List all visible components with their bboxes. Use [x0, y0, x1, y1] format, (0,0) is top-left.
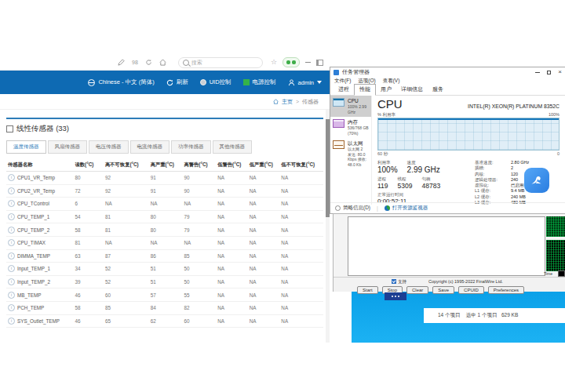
info-icon[interactable]: i — [8, 213, 15, 220]
sensor-value: NA — [216, 223, 248, 237]
info-icon[interactable]: i — [8, 187, 15, 194]
info-icon[interactable]: i — [8, 174, 15, 181]
close-icon[interactable]: × — [558, 69, 562, 75]
favorite-star-icon[interactable]: ☆ — [271, 59, 277, 66]
sidebar-ethernet-rates: 发送: 80.0 Kbps 接收: 48.0 Kb — [348, 152, 369, 168]
sensor-value: NA — [248, 198, 280, 211]
sidebar-item-cpu[interactable]: CPU 100% 2.99 GHz — [330, 96, 371, 117]
sensor-name-cell: iInput_TEMP_2 — [6, 275, 74, 289]
home-icon[interactable] — [159, 59, 166, 66]
sensor-value: NA — [279, 223, 323, 237]
extension-badge[interactable] — [282, 57, 300, 67]
info-icon[interactable]: i — [8, 227, 15, 234]
utilization-value: 100% — [377, 165, 398, 174]
sensor-value: NA — [279, 210, 323, 223]
sensor-page: 线性传感器 (33) 温度传感器风扇传感器电压传感器电流传感器功率传感器其他传感… — [0, 110, 330, 343]
page-zoom-label: 98 — [132, 60, 138, 65]
search-icon — [183, 60, 189, 66]
sensor-name: Input_TEMP_2 — [17, 279, 50, 285]
task-manager-tab[interactable]: 性能 — [354, 84, 376, 96]
minimize-icon[interactable] — [305, 62, 311, 63]
aida64-button[interactable]: CPUID — [458, 286, 484, 294]
power-control-button[interactable]: 电源控制 — [243, 78, 276, 86]
sensor-value: 80 — [74, 172, 104, 185]
menu-item[interactable]: 文件(F) — [334, 78, 351, 85]
sensor-value: 80 — [149, 210, 183, 223]
sensor-tab[interactable]: 电流传感器 — [130, 140, 170, 154]
sensor-value: NA — [149, 198, 183, 211]
user-menu[interactable]: admin — [288, 79, 322, 86]
info-icon[interactable]: i — [8, 318, 15, 325]
sidebar-panel-icon[interactable] — [316, 60, 323, 66]
sensor-value: 6 — [74, 198, 104, 211]
info-icon[interactable]: i — [8, 200, 15, 207]
aida64-button[interactable]: Clear — [406, 286, 428, 294]
open-resource-monitor-link[interactable]: 打开资源监视器 — [385, 205, 428, 212]
sensor-value: 87 — [104, 249, 149, 263]
pencil-icon[interactable] — [118, 59, 125, 66]
aida64-button[interactable]: Start — [357, 286, 378, 294]
fewer-details-link[interactable]: 简略信息(D) — [335, 205, 370, 212]
detail-label: L2 缓存: — [475, 194, 511, 200]
sensor-name: CPU2_VR_Temp — [17, 188, 55, 194]
task-manager-tab[interactable]: 服务 — [428, 85, 448, 95]
info-icon[interactable]: i — [8, 278, 15, 285]
memory-graph-thumbnail — [333, 119, 344, 128]
sidebar-memory-label: 内存 — [348, 119, 369, 125]
sensor-row: iCPU_TEMP_154818079NANANA — [6, 210, 323, 223]
sensor-value: NA — [216, 249, 248, 263]
sensor-name-cell: iCPU_TIMAX — [6, 236, 74, 249]
info-icon[interactable]: i — [8, 292, 15, 299]
detail-value: 已启用 — [511, 183, 524, 188]
taskbar-tab[interactable] — [385, 292, 406, 300]
column-header: 低警告(°C) — [216, 159, 248, 172]
language-selector[interactable]: Chinese - 中文 (简体) — [88, 78, 154, 86]
sensor-value: 51 — [149, 275, 183, 289]
search-placeholder: 搜索 — [191, 59, 202, 67]
refresh-icon[interactable] — [145, 59, 152, 66]
sensor-value: NA — [216, 184, 248, 198]
checkbox-icon[interactable] — [392, 279, 396, 284]
breadcrumb-home[interactable]: 主页 — [282, 98, 293, 106]
aida64-button[interactable]: Preferences — [488, 286, 524, 294]
info-icon[interactable]: i — [8, 239, 15, 246]
uid-control-button[interactable]: UID控制 — [200, 78, 231, 86]
refresh-icon — [166, 79, 173, 86]
info-icon[interactable]: i — [8, 304, 15, 311]
fewer-details-label: 简略信息(D) — [343, 205, 370, 212]
info-icon[interactable]: i — [8, 252, 15, 260]
resource-monitor-icon — [385, 205, 390, 211]
sensor-value: 58 — [74, 301, 104, 314]
search-input[interactable]: 搜索 — [178, 57, 263, 68]
sidebar-item-ethernet[interactable]: 以太网 以太网 2 发送: 80.0 Kbps 接收: 48.0 Kb — [330, 138, 371, 169]
aida64-button[interactable]: Save — [432, 286, 454, 294]
task-manager-tab[interactable]: 详细信息 — [396, 85, 428, 95]
maximize-icon[interactable] — [547, 71, 551, 74]
info-icon[interactable]: i — [8, 265, 15, 272]
sensor-value: NA — [279, 184, 323, 198]
sensor-tab[interactable]: 功率传感器 — [171, 140, 211, 154]
explorer-status-text: 14 个项目 选中 1 个项目 629 KB — [438, 312, 518, 319]
sensor-tab[interactable]: 其他传感器 — [213, 140, 253, 154]
sidebar-item-memory[interactable]: 内存 536/768 GB (70%) — [330, 117, 371, 138]
sensor-name-cell: iCPU1_VR_Temp — [6, 172, 74, 185]
task-manager-tab[interactable]: 进程 — [334, 85, 354, 95]
sensor-tab[interactable]: 电压传感器 — [89, 140, 129, 154]
task-manager-tab[interactable]: 用户 — [376, 85, 396, 95]
detail-label: 逻辑处理器: — [475, 177, 511, 183]
section-icon — [6, 125, 13, 132]
power-status-icon — [243, 79, 250, 85]
handles-label: 句柄 — [421, 176, 440, 182]
detail-value: 240 — [511, 177, 518, 183]
sensor-tab[interactable]: 风扇传感器 — [48, 140, 88, 154]
sensor-name-cell: iSYS_Outlet_TEMP — [6, 314, 74, 328]
sensor-name: Input_TEMP_1 — [17, 266, 50, 271]
sensor-name-cell: iCPU_TEMP_1 — [6, 210, 74, 223]
minimize-icon[interactable] — [535, 72, 540, 73]
sensor-tab[interactable]: 温度传感器 — [6, 140, 46, 154]
column-header: 低严重(°C) — [248, 159, 280, 172]
menu-item[interactable]: 查看(V) — [383, 78, 400, 85]
assistant-bird-badge[interactable] — [524, 168, 549, 193]
sensor-value: 72 — [74, 184, 104, 198]
refresh-button[interactable]: 刷新 — [166, 78, 188, 86]
